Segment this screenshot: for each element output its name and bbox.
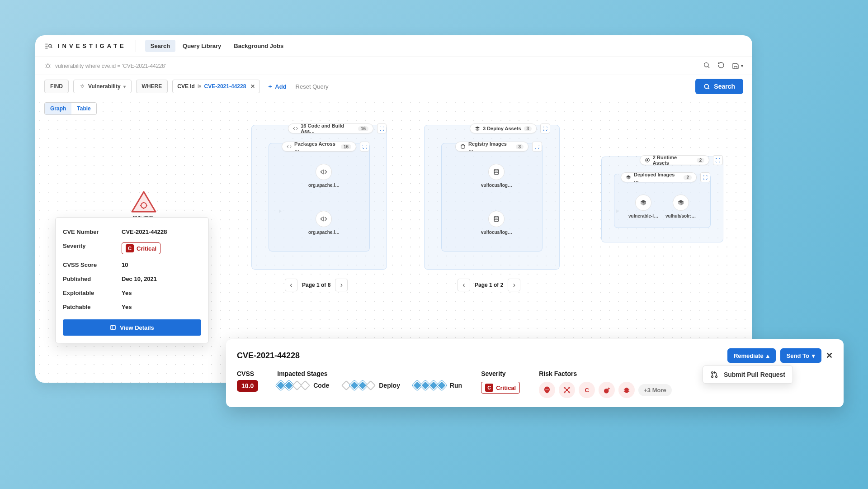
remove-filter-icon[interactable]: ✕ xyxy=(250,83,255,90)
code-pager: ‹ Page 1 of 8 › xyxy=(285,279,348,291)
svg-point-31 xyxy=(495,216,499,218)
registry-header[interactable]: Registry Images …3 xyxy=(455,142,528,152)
severity-label: Severity xyxy=(481,370,520,377)
svg-point-49 xyxy=(546,389,547,390)
detail-exploitable-value: Yes xyxy=(122,290,132,296)
deploy-pager: ‹ Page 1 of 2 › xyxy=(458,279,520,291)
svg-line-12 xyxy=(708,66,709,67)
nav-background-jobs[interactable]: Background Jobs xyxy=(228,40,289,52)
package-node[interactable]: org.apache.l… xyxy=(308,211,340,235)
next-page-button[interactable]: › xyxy=(335,279,348,291)
nav-search[interactable]: Search xyxy=(145,40,175,52)
database-icon xyxy=(493,215,500,223)
search-button[interactable]: Search xyxy=(695,79,743,94)
find-label: FIND xyxy=(44,80,69,93)
group-packages: Packages Across …16 ⛶ xyxy=(269,143,370,252)
panel-title: CVE-2021-44228 xyxy=(237,351,727,361)
risk-critical-icon[interactable]: C xyxy=(579,382,595,398)
expand-icon[interactable]: ⛶ xyxy=(713,155,723,165)
top-nav: Search Query Library Background Jobs xyxy=(136,40,289,52)
svg-line-4 xyxy=(51,47,52,47)
severity-badge: CCritical xyxy=(481,382,520,394)
expand-icon[interactable]: ⛶ xyxy=(540,123,550,133)
runtime-group-header[interactable]: 2 Runtime Assets2 xyxy=(640,155,709,165)
code-icon xyxy=(287,144,292,149)
impacted-stages-label: Impacted Stages xyxy=(277,370,462,377)
reset-query-link[interactable]: Reset Query xyxy=(296,83,329,90)
panel-icon xyxy=(110,324,116,331)
svg-marker-28 xyxy=(475,129,480,131)
risk-alien-icon[interactable] xyxy=(539,382,555,398)
detail-exploitable-label: Exploitable xyxy=(63,290,122,296)
vulnerability-icon xyxy=(79,83,85,90)
stage-code: Code xyxy=(277,382,329,389)
svg-point-60 xyxy=(604,389,609,394)
detail-cvss-label: CVSS Score xyxy=(63,261,122,268)
svg-point-30 xyxy=(495,169,499,171)
svg-point-33 xyxy=(646,160,648,161)
risk-bomb-icon[interactable] xyxy=(599,382,615,398)
save-dropdown[interactable]: ▾ xyxy=(732,62,743,70)
remediate-button[interactable]: Remediate ▴ xyxy=(727,348,776,363)
next-page-button[interactable]: › xyxy=(508,279,520,291)
svg-point-13 xyxy=(81,85,84,88)
view-tabs: Graph Table xyxy=(44,102,97,115)
detail-patchable-value: Yes xyxy=(122,304,132,310)
tab-graph[interactable]: Graph xyxy=(45,103,71,114)
search-icon xyxy=(703,83,710,90)
close-panel-icon[interactable]: ✕ xyxy=(826,351,833,361)
svg-point-46 xyxy=(712,376,713,378)
expand-icon[interactable]: ⛶ xyxy=(377,123,387,133)
code-icon xyxy=(320,168,327,176)
svg-line-57 xyxy=(567,388,569,390)
warning-triangle-icon xyxy=(130,190,157,214)
remediate-popup[interactable]: Submit Pull Request xyxy=(703,366,793,384)
search-icon[interactable] xyxy=(703,62,710,71)
svg-line-56 xyxy=(565,388,567,390)
pager-text: Page 1 of 2 xyxy=(475,282,503,288)
expand-icon[interactable]: ⛶ xyxy=(700,172,710,182)
risk-network-icon[interactable] xyxy=(559,382,575,398)
package-node[interactable]: org.apache.l… xyxy=(308,164,340,188)
deployed-node[interactable]: vulhub/solr:… xyxy=(665,195,696,218)
detail-severity-label: Severity xyxy=(63,242,122,254)
topbar: INVESTIGATE Search Query Library Backgro… xyxy=(35,35,752,57)
view-details-button[interactable]: View Details xyxy=(63,319,201,336)
risk-bug-icon[interactable] xyxy=(618,382,635,398)
tab-table[interactable]: Table xyxy=(71,103,96,114)
investigate-icon xyxy=(44,42,52,50)
risk-more-badge[interactable]: +3 More xyxy=(638,384,672,396)
svg-rect-43 xyxy=(111,325,116,329)
image-node[interactable]: vulfocus/log… xyxy=(481,211,512,235)
detail-published-label: Published xyxy=(63,275,122,282)
deployed-node[interactable]: vulnerable-l… xyxy=(628,195,658,218)
query-text[interactable]: vulnerability where cve.id = 'CVE-2021-4… xyxy=(55,63,703,69)
layers-icon xyxy=(475,126,480,131)
nav-query-library[interactable]: Query Library xyxy=(177,40,226,52)
undo-icon[interactable] xyxy=(717,62,725,71)
svg-point-61 xyxy=(625,388,628,393)
type-selector[interactable]: Vulnerability ▾ xyxy=(73,80,132,93)
code-icon xyxy=(293,126,298,131)
detail-published-value: Dec 10, 2021 xyxy=(122,275,157,282)
svg-point-29 xyxy=(461,145,465,146)
expand-icon[interactable]: ⛶ xyxy=(360,142,369,152)
code-group-header[interactable]: 16 Code and Build Ass…16 xyxy=(288,123,373,133)
cvss-badge: 10.0 xyxy=(237,380,258,392)
expand-icon[interactable]: ⛶ xyxy=(532,142,542,152)
prev-page-button[interactable]: ‹ xyxy=(285,279,297,291)
pager-text: Page 1 of 8 xyxy=(302,282,330,288)
add-filter-button[interactable]: ＋Add xyxy=(267,82,286,90)
filter-field: CVE Id xyxy=(177,83,195,90)
packages-header[interactable]: Packages Across …16 xyxy=(282,142,356,152)
image-node[interactable]: vulfocus/log… xyxy=(481,164,512,188)
prev-page-button[interactable]: ‹ xyxy=(458,279,470,291)
filter-chip-cve[interactable]: CVE Id is CVE-2021-44228 ✕ xyxy=(172,80,260,93)
where-label: WHERE xyxy=(136,80,168,93)
bottom-panel: CVE-2021-44228 Remediate ▴ Send To ▾ ✕ S… xyxy=(226,339,844,407)
send-to-button[interactable]: Send To ▾ xyxy=(780,348,821,363)
deploy-group-header[interactable]: 3 Deploy Assets3 xyxy=(470,123,537,133)
svg-point-11 xyxy=(704,62,708,66)
stage-run: Run xyxy=(414,382,462,389)
deployed-images-header[interactable]: Deployed Images …2 xyxy=(621,172,697,182)
